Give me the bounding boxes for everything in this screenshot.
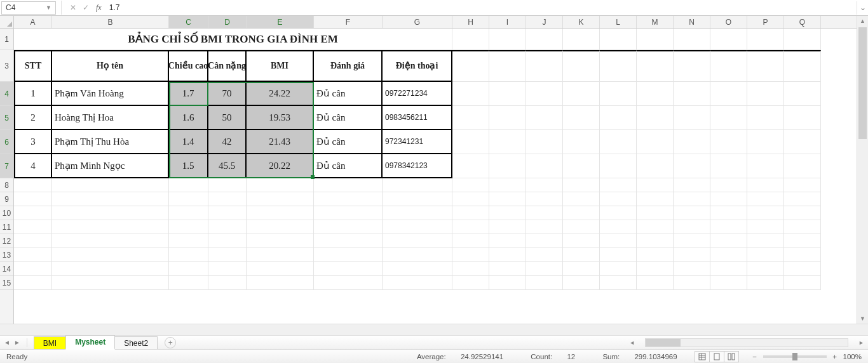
- row-header-9[interactable]: 9: [0, 192, 13, 206]
- empty-cell[interactable]: [784, 276, 821, 290]
- col-header-I[interactable]: I: [489, 16, 526, 28]
- col-header-G[interactable]: G: [383, 16, 452, 28]
- empty-cell[interactable]: [600, 178, 637, 192]
- empty-cell[interactable]: [710, 234, 747, 248]
- empty-cell[interactable]: [600, 276, 637, 290]
- empty-cell[interactable]: [52, 220, 169, 234]
- empty-cell[interactable]: [710, 220, 747, 234]
- scroll-left-arrow-icon[interactable]: ◄: [628, 340, 636, 346]
- tab-sheet2[interactable]: Sheet2: [114, 336, 158, 350]
- empty-cell[interactable]: [452, 178, 489, 192]
- col-header-N[interactable]: N: [674, 16, 710, 28]
- empty-cell[interactable]: [526, 262, 563, 276]
- scroll-down-arrow-icon[interactable]: ▼: [857, 314, 868, 324]
- empty-cell[interactable]: [169, 248, 208, 262]
- scroll-up-arrow-icon[interactable]: ▲: [857, 16, 868, 26]
- col-header-H[interactable]: H: [452, 16, 489, 28]
- empty-cell[interactable]: [208, 262, 247, 276]
- empty-cell[interactable]: [710, 130, 747, 154]
- zoom-slider[interactable]: [763, 355, 827, 358]
- tab-next-icon[interactable]: ►: [14, 339, 20, 346]
- row-header-3[interactable]: 3: [0, 50, 13, 82]
- tab-bmi[interactable]: BMI: [34, 336, 66, 350]
- empty-cell[interactable]: [784, 248, 821, 262]
- empty-cell[interactable]: [563, 29, 600, 50]
- empty-cell[interactable]: [784, 106, 821, 130]
- row-header-7[interactable]: 7: [0, 154, 13, 178]
- empty-cell[interactable]: [710, 192, 747, 206]
- empty-cell[interactable]: [52, 262, 169, 276]
- empty-cell[interactable]: [489, 50, 526, 82]
- empty-cell[interactable]: [14, 178, 52, 192]
- empty-cell[interactable]: [452, 50, 489, 82]
- col-header-P[interactable]: P: [747, 16, 784, 28]
- empty-cell[interactable]: [208, 220, 247, 234]
- empty-cell[interactable]: [747, 192, 784, 206]
- empty-cell[interactable]: [452, 130, 489, 154]
- empty-cell[interactable]: [489, 220, 526, 234]
- empty-cell[interactable]: [489, 106, 526, 130]
- empty-cell[interactable]: [452, 154, 489, 178]
- row-header-8[interactable]: 8: [0, 178, 13, 192]
- empty-cell[interactable]: [208, 234, 247, 248]
- empty-cell[interactable]: [710, 82, 747, 106]
- empty-cell[interactable]: [674, 29, 710, 50]
- empty-cell[interactable]: [52, 178, 169, 192]
- empty-cell[interactable]: [489, 192, 526, 206]
- empty-cell[interactable]: [637, 262, 674, 276]
- empty-cell[interactable]: [600, 234, 637, 248]
- empty-cell[interactable]: [747, 50, 784, 82]
- fx-icon[interactable]: fx: [92, 3, 105, 13]
- empty-cell[interactable]: [526, 130, 563, 154]
- empty-cell[interactable]: [563, 262, 600, 276]
- empty-cell[interactable]: [52, 234, 169, 248]
- empty-cell[interactable]: [710, 262, 747, 276]
- col-header-J[interactable]: J: [526, 16, 563, 28]
- empty-cell[interactable]: [169, 178, 208, 192]
- empty-cell[interactable]: [314, 206, 383, 220]
- col-header-D[interactable]: D: [208, 16, 247, 28]
- empty-cell[interactable]: [314, 192, 383, 206]
- empty-cell[interactable]: [637, 206, 674, 220]
- empty-cell[interactable]: [563, 82, 600, 106]
- row-header-5[interactable]: 5: [0, 106, 13, 130]
- empty-cell[interactable]: [600, 106, 637, 130]
- empty-cell[interactable]: [710, 106, 747, 130]
- empty-cell[interactable]: [208, 248, 247, 262]
- empty-cell[interactable]: [452, 234, 489, 248]
- empty-cell[interactable]: [674, 82, 710, 106]
- empty-cell[interactable]: [14, 220, 52, 234]
- empty-cell[interactable]: [784, 192, 821, 206]
- empty-cell[interactable]: [710, 29, 747, 50]
- empty-cell[interactable]: [710, 154, 747, 178]
- empty-cell[interactable]: [169, 220, 208, 234]
- cancel-formula-button[interactable]: ✕: [67, 3, 79, 12]
- empty-cell[interactable]: [784, 50, 821, 82]
- empty-cell[interactable]: [563, 130, 600, 154]
- empty-cell[interactable]: [747, 154, 784, 178]
- empty-cell[interactable]: [452, 248, 489, 262]
- formula-input[interactable]: 1.7: [105, 3, 857, 12]
- empty-cell[interactable]: [784, 82, 821, 106]
- empty-cell[interactable]: [600, 192, 637, 206]
- empty-cell[interactable]: [52, 276, 169, 290]
- empty-cell[interactable]: [784, 29, 821, 50]
- new-sheet-button[interactable]: +: [165, 337, 176, 348]
- empty-cell[interactable]: [247, 276, 314, 290]
- empty-cell[interactable]: [600, 262, 637, 276]
- empty-cell[interactable]: [247, 220, 314, 234]
- empty-cell[interactable]: [563, 234, 600, 248]
- empty-cell[interactable]: [208, 192, 247, 206]
- empty-cell[interactable]: [747, 206, 784, 220]
- scroll-thumb[interactable]: [858, 27, 867, 139]
- empty-cell[interactable]: [489, 82, 526, 106]
- empty-cell[interactable]: [637, 276, 674, 290]
- empty-cell[interactable]: [674, 220, 710, 234]
- row-header-4[interactable]: 4: [0, 82, 13, 106]
- empty-cell[interactable]: [563, 248, 600, 262]
- empty-cell[interactable]: [489, 262, 526, 276]
- select-all-corner[interactable]: [0, 16, 14, 29]
- empty-cell[interactable]: [452, 82, 489, 106]
- empty-cell[interactable]: [600, 29, 637, 50]
- col-header-E[interactable]: E: [247, 16, 314, 28]
